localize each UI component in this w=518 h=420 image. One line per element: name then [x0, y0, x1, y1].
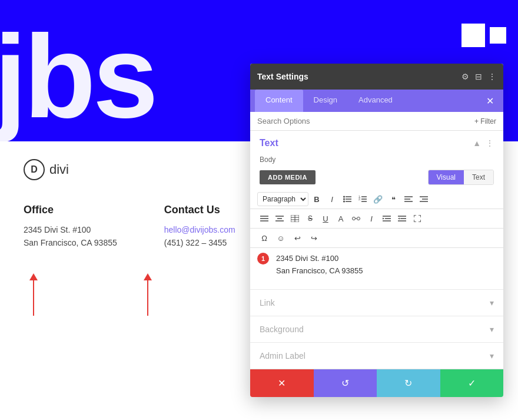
svg-marker-33	[383, 218, 384, 220]
arrow-shaft-right	[147, 280, 148, 316]
link-label: Link	[260, 298, 275, 307]
tab-design[interactable]: Design	[303, 90, 348, 112]
panel-header: Text Settings ⚙ ⊟ ⋮	[250, 64, 503, 90]
tab-content[interactable]: Content	[255, 90, 303, 112]
contact-column: Contact Us hello@divijobs.com (451) 322 …	[164, 204, 235, 250]
bold-button[interactable]: B	[310, 192, 324, 206]
align-left-button[interactable]	[401, 192, 416, 206]
square-2	[490, 27, 506, 44]
svg-point-3	[343, 196, 345, 198]
chevron-up-icon[interactable]: ▲	[473, 138, 481, 148]
svg-point-4	[343, 199, 345, 200]
search-options-input[interactable]	[257, 117, 470, 125]
settings-icon[interactable]: ⚙	[461, 72, 469, 81]
text-settings-panel: Text Settings ⚙ ⊟ ⋮ Content Design Advan…	[250, 64, 503, 397]
svg-point-27	[353, 217, 356, 220]
save-button[interactable]: ✓	[440, 369, 504, 397]
svg-point-5	[343, 201, 345, 203]
svg-text:2.: 2.	[358, 197, 361, 201]
ul-button[interactable]	[340, 192, 354, 206]
admin-label-accordion[interactable]: Admin Label ▾	[250, 342, 503, 369]
link-accordion[interactable]: Link ▾	[250, 289, 503, 316]
section-controls: ▲ ⋮	[473, 138, 494, 148]
italic-button[interactable]: I	[325, 192, 339, 206]
text-content-area[interactable]: 1 2345 Divi St. #100 San Francisco, CA 9…	[250, 248, 503, 289]
square-1	[461, 24, 485, 47]
content-line1: 2345 Divi St. #100	[276, 253, 494, 265]
columns-icon[interactable]: ⊟	[475, 72, 482, 81]
arrow-head-left	[29, 273, 38, 280]
background-chevron-icon: ▾	[490, 325, 494, 334]
decorative-squares	[461, 24, 506, 47]
office-address: 2345 Divi St. #100 San Francisco, CA 938…	[24, 223, 117, 250]
office-column: Office 2345 Divi St. #100 San Francisco,…	[24, 204, 117, 250]
search-bar: + Filter	[250, 112, 503, 131]
custom1-button[interactable]	[349, 211, 363, 226]
editor-text-content: 2345 Divi St. #100 San Francisco, CA 938…	[260, 253, 494, 277]
arrow-head-right	[144, 273, 152, 280]
ol-button[interactable]: 1.2.	[356, 192, 370, 206]
link-chevron-icon: ▾	[490, 298, 494, 307]
omega-button[interactable]: Ω	[257, 231, 271, 245]
arrow-left	[29, 273, 38, 316]
cancel-button[interactable]: ✕	[250, 369, 314, 397]
align-center-button[interactable]	[273, 211, 287, 226]
admin-chevron-icon: ▾	[490, 351, 494, 361]
redo-button[interactable]: ↪	[307, 231, 321, 245]
add-media-row: ADD MEDIA Visual Text	[250, 167, 503, 190]
editor-toolbar-row1: Paragraph B I 1.2. 🔗 ❝	[250, 190, 503, 209]
panel-title: Text Settings	[257, 72, 308, 81]
more-icon[interactable]: ⋮	[488, 72, 496, 81]
panel-close-button[interactable]: ✕	[482, 90, 499, 112]
panel-header-icons: ⚙ ⊟ ⋮	[461, 72, 496, 81]
indent-button[interactable]	[380, 211, 394, 226]
section-more-icon[interactable]: ⋮	[486, 138, 494, 148]
panel-body: Text ▲ ⋮ Body ADD MEDIA Visual Text Para…	[250, 131, 503, 369]
align-left2-button[interactable]	[257, 211, 271, 226]
link-button[interactable]: 🔗	[371, 192, 385, 206]
arrow-right	[144, 273, 152, 316]
divi-logo-circle: D	[24, 159, 45, 180]
underline-button[interactable]: U	[318, 211, 333, 226]
contact-email[interactable]: hello@divijobs.com	[164, 225, 235, 234]
panel-footer: ✕ ↺ ↻ ✓	[250, 369, 503, 397]
align-right-button[interactable]	[417, 192, 431, 206]
admin-label-text: Admin Label	[260, 351, 306, 361]
editor-toolbar-row2: S U A I	[250, 209, 503, 229]
visual-button[interactable]: Visual	[429, 170, 464, 184]
background-accordion[interactable]: Background ▾	[250, 316, 503, 342]
step-indicator: 1	[257, 253, 269, 264]
tab-advanced[interactable]: Advanced	[348, 90, 403, 112]
office-address-line1: 2345 Divi St. #100	[24, 223, 117, 236]
text-button[interactable]: Text	[464, 170, 493, 184]
svg-point-28	[357, 217, 360, 220]
contact-title: Contact Us	[164, 204, 235, 216]
content-line2: San Francisco, CA 93855	[276, 265, 494, 277]
strikethrough-button[interactable]: S	[303, 211, 317, 226]
filter-button[interactable]: + Filter	[474, 117, 496, 125]
redo-footer-button[interactable]: ↻	[377, 369, 440, 397]
undo-button[interactable]: ↩	[290, 231, 304, 245]
italic2-button[interactable]: I	[364, 211, 378, 226]
text-section-title: Text	[260, 138, 278, 148]
divi-logo-text: divi	[49, 162, 69, 177]
fullscreen-button[interactable]	[410, 211, 424, 226]
table-button[interactable]	[288, 211, 302, 226]
office-address-line2: San Francisco, CA 93855	[24, 236, 117, 249]
background-label: Background	[260, 325, 304, 334]
paragraph-select[interactable]: Paragraph	[257, 192, 308, 206]
add-media-button[interactable]: ADD MEDIA	[260, 170, 316, 184]
arrow-shaft-left	[33, 280, 34, 316]
contact-info: hello@divijobs.com (451) 322 – 3455	[164, 223, 235, 250]
text-color-button[interactable]: A	[334, 211, 348, 226]
body-label: Body	[250, 153, 503, 167]
text-section-header: Text ▲ ⋮	[250, 131, 503, 153]
visual-text-toggle: Visual Text	[428, 170, 494, 185]
svg-marker-37	[398, 218, 400, 220]
reset-button[interactable]: ↺	[314, 369, 377, 397]
background-large-text: jbs	[0, 18, 155, 135]
outdent-button[interactable]	[395, 211, 409, 226]
quote-button[interactable]: ❝	[386, 192, 400, 206]
contact-phone: (451) 322 – 3455	[164, 236, 235, 249]
emoji-button[interactable]: ☺	[274, 231, 288, 245]
